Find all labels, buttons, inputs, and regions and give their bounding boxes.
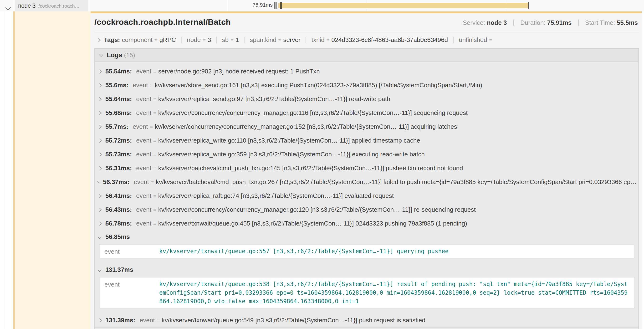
log-key: event — [133, 82, 148, 89]
log-key: event — [136, 68, 151, 75]
log-key: event — [136, 95, 151, 102]
log-entry-row[interactable]: 55.6ms:event=kv/kvserver/store_send.go:1… — [97, 78, 636, 92]
log-entry-row[interactable]: 55.64ms:event=kv/kvserver/replica_send.g… — [97, 92, 636, 106]
chevron-down-icon — [98, 268, 102, 272]
log-entry-row[interactable]: 56.78ms:event=kv/kvserver/txnwait/queue.… — [97, 216, 636, 230]
tree-indent-guide — [4, 0, 4, 329]
chevron-right-icon — [98, 166, 102, 170]
log-value: kv/kvserver/replica_raft.go:74 [n3,s3,r6… — [158, 192, 394, 199]
log-entry-row[interactable]: 55.73ms:event=kv/kvserver/replica_write.… — [97, 147, 636, 161]
chevron-right-icon — [98, 138, 102, 142]
span-detail-panel: /cockroach.roachpb.Internal/Batch Servic… — [90, 12, 642, 329]
log-value: kv/kvserver/batcheval/cmd_push_txn.go:14… — [158, 164, 463, 172]
tag-divider — [306, 37, 306, 44]
log-entry-row[interactable]: 55.68ms:event=kv/kvserver/concurrency/co… — [97, 106, 636, 120]
logs-footnote: Log timestamps are relative to the start… — [95, 327, 638, 329]
log-key: event — [136, 109, 151, 116]
tag-value: server — [284, 36, 300, 44]
log-entry-detail-card: eventkv/kvserver/txnwait/queue.go:557 [n… — [99, 244, 634, 258]
equals-sign: = — [153, 207, 156, 212]
chevron-right-icon — [98, 125, 102, 129]
chevron-right-icon — [98, 70, 102, 74]
tags-label: Tags: — [104, 36, 120, 44]
logs-header[interactable]: Logs (15) — [95, 49, 638, 62]
tag-key: component — [122, 36, 152, 44]
span-detail-header: /cockroach.roachpb.Internal/Batch Servic… — [94, 13, 639, 32]
log-key: event — [136, 192, 151, 199]
log-timestamp: 56.41ms: — [105, 192, 132, 199]
log-key: event — [104, 280, 159, 306]
log-key: event — [136, 206, 151, 213]
span-collapse-chevron[interactable] — [6, 3, 10, 12]
equals-sign: = — [151, 179, 154, 185]
tag-divider — [453, 37, 454, 44]
log-tick-mark — [281, 2, 282, 9]
logs-list: 55.54ms:event=server/node.go:902 [n3] no… — [95, 62, 638, 327]
equals-sign: = — [153, 96, 156, 102]
tag-key: span.kind — [250, 36, 276, 44]
chevron-right-icon — [98, 194, 102, 198]
log-key: event — [140, 316, 155, 324]
log-entry-row[interactable]: 56.41ms:event=kv/kvserver/replica_raft.g… — [97, 189, 636, 203]
log-timestamp: 55.64ms: — [105, 95, 132, 102]
equals-sign: = — [153, 138, 156, 143]
equals-sign: = — [153, 165, 156, 171]
tag-key: node — [187, 36, 201, 44]
log-value: kv/kvserver/store_send.go:161 [n3,s3] ex… — [155, 82, 482, 89]
meta-divider — [514, 20, 514, 26]
log-value: server/node.go:902 [n3] node received re… — [158, 68, 320, 75]
operation-name: /cockroach.roach… — [38, 3, 79, 8]
log-entry-row[interactable]: 55.7ms:event=kv/kvserver/concurrency/con… — [97, 120, 636, 134]
log-key: event — [104, 247, 159, 256]
log-entry-row[interactable]: 131.39ms:event=kv/kvserver/txnwait/queue… — [97, 313, 636, 327]
span-row: node 3 /cockroach.roach… 75.91ms — [0, 0, 644, 12]
tag-item: unfinished= — [459, 36, 494, 44]
logs-title: Logs — [107, 51, 122, 58]
start-time-value: 55.5ms — [617, 19, 638, 26]
log-tick-mark — [276, 2, 277, 9]
log-timestamp: 56.31ms: — [105, 164, 132, 172]
chevron-down-icon — [98, 235, 102, 239]
log-entry-expanded-header[interactable]: 131.37ms — [97, 263, 636, 276]
chevron-right-icon — [98, 222, 102, 226]
service-value: node 3 — [487, 19, 507, 26]
log-timestamp: 131.39ms: — [105, 316, 136, 324]
tags-row[interactable]: Tags: component=gRPCnode=3sb=1span.kind=… — [94, 32, 639, 47]
span-meta: Service: node 3 Duration: 75.91ms Start … — [462, 19, 638, 26]
log-value: kv/kvserver/txnwait/queue.go:455 [n3,s3,… — [158, 220, 467, 227]
log-entry-row[interactable]: 55.72ms:event=kv/kvserver/replica_write.… — [97, 134, 636, 147]
log-entry-row[interactable]: 56.31ms:event=kv/kvserver/batcheval/cmd_… — [97, 161, 636, 175]
log-timestamp: 55.54ms: — [105, 68, 132, 75]
chevron-down-icon — [6, 5, 11, 10]
trace-viewer: node 3 /cockroach.roach… 75.91ms /cockro… — [0, 0, 644, 329]
log-timestamp: 56.78ms: — [105, 220, 132, 227]
tag-value: gRPC — [160, 36, 176, 44]
chevron-right-icon — [97, 38, 101, 42]
start-time-label: Start Time: — [585, 19, 615, 26]
equals-sign: = — [278, 37, 282, 43]
log-entry-expanded-header[interactable]: 56.85ms — [97, 230, 636, 243]
tag-item: span.kind=server — [250, 36, 300, 44]
tag-value: 1 — [236, 36, 239, 44]
tag-divider — [244, 37, 244, 44]
log-timestamp: 56.85ms — [105, 233, 130, 240]
log-entry-row[interactable]: 56.43ms:event=kv/kvserver/concurrency/co… — [97, 203, 636, 216]
equals-sign: = — [153, 68, 156, 74]
span-duration-bar[interactable] — [278, 3, 529, 8]
log-value: kv/kvserver/replica_write.go:110 [n3,s3,… — [158, 137, 420, 144]
equals-sign: = — [326, 37, 330, 43]
log-entry-row[interactable]: 55.54ms:event=server/node.go:902 [n3] no… — [97, 64, 636, 78]
log-entry-detail-card: eventkv/kvserver/txnwait/queue.go:538 [n… — [99, 277, 634, 308]
tag-value: 3 — [208, 36, 211, 44]
log-timestamp: 55.7ms: — [105, 123, 128, 130]
equals-sign: = — [230, 37, 234, 43]
duration-label: Duration: — [520, 19, 546, 26]
span-name-cell[interactable]: node 3 /cockroach.roach… — [15, 0, 88, 12]
log-value: kv/kvserver/concurrency/concurrency_mana… — [158, 206, 476, 213]
log-entry-row[interactable]: 56.37ms:event=kv/kvserver/batcheval/cmd_… — [97, 175, 636, 189]
log-key: event — [133, 123, 148, 130]
log-timestamp: 56.43ms: — [105, 206, 132, 213]
tag-item: node=3 — [187, 36, 211, 44]
log-value: kv/kvserver/concurrency/concurrency_mana… — [155, 123, 457, 130]
chevron-right-icon — [98, 97, 102, 101]
